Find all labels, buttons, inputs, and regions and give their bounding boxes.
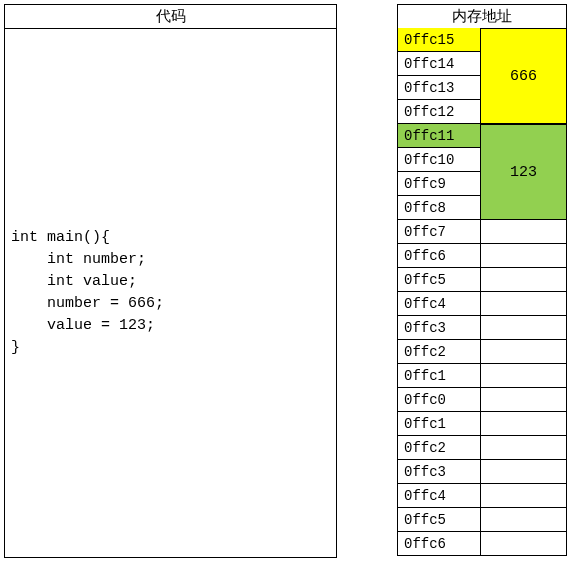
code-header: 代码 (5, 5, 336, 29)
memory-empty-cell (481, 364, 567, 388)
memory-header: 内存地址 (397, 4, 567, 28)
memory-address-cell: 0ffc0 (397, 388, 481, 412)
memory-empty-cell (481, 340, 567, 364)
memory-empty-cell (481, 316, 567, 340)
memory-address-cell: 0ffc2 (397, 436, 481, 460)
memory-address-cell: 0ffc1 (397, 412, 481, 436)
memory-address-cell: 0ffc3 (397, 460, 481, 484)
code-body: int main(){ int number; int value; numbe… (5, 29, 336, 557)
memory-address-cell: 0ffc6 (397, 532, 481, 556)
memory-address-cell: 0ffc15 (397, 28, 481, 52)
memory-address-cell: 0ffc1 (397, 364, 481, 388)
memory-address-cell: 0ffc2 (397, 340, 481, 364)
memory-address-cell: 0ffc5 (397, 508, 481, 532)
memory-empty-cell (481, 220, 567, 244)
code-panel: 代码 int main(){ int number; int value; nu… (4, 4, 337, 558)
memory-empty-cell (481, 412, 567, 436)
memory-empty-cell (481, 508, 567, 532)
memory-address-cell: 0ffc14 (397, 52, 481, 76)
memory-address-cell: 0ffc5 (397, 268, 481, 292)
memory-grid: 0ffc150ffc140ffc130ffc126660ffc110ffc100… (397, 28, 567, 556)
memory-address-cell: 0ffc7 (397, 220, 481, 244)
memory-address-cell: 0ffc3 (397, 316, 481, 340)
memory-empty-cell (481, 292, 567, 316)
memory-panel: 内存地址 0ffc150ffc140ffc130ffc126660ffc110f… (397, 4, 567, 556)
memory-empty-cell (481, 268, 567, 292)
memory-address-cell: 0ffc9 (397, 172, 481, 196)
memory-address-cell: 0ffc6 (397, 244, 481, 268)
memory-address-cell: 0ffc12 (397, 100, 481, 124)
memory-empty-cell (481, 436, 567, 460)
memory-empty-cell (481, 532, 567, 556)
memory-address-cell: 0ffc8 (397, 196, 481, 220)
memory-empty-cell (481, 484, 567, 508)
memory-value-cell: 123 (481, 124, 567, 220)
memory-address-cell: 0ffc13 (397, 76, 481, 100)
memory-address-cell: 0ffc10 (397, 148, 481, 172)
memory-empty-cell (481, 244, 567, 268)
diagram-root: 代码 int main(){ int number; int value; nu… (4, 4, 567, 558)
memory-value-cell: 666 (481, 28, 567, 124)
memory-address-cell: 0ffc4 (397, 292, 481, 316)
memory-address-cell: 0ffc11 (397, 124, 481, 148)
memory-empty-cell (481, 460, 567, 484)
memory-empty-cell (481, 388, 567, 412)
memory-address-cell: 0ffc4 (397, 484, 481, 508)
